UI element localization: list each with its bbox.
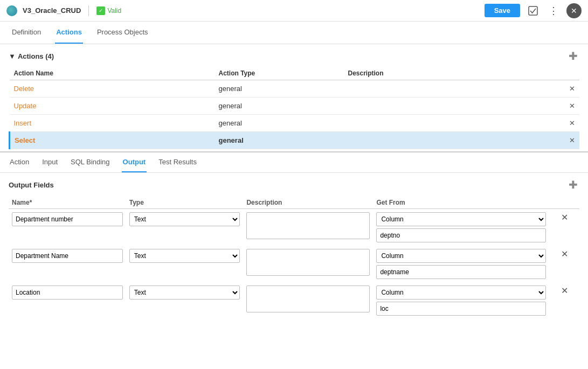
delete-action-1[interactable]: ✕ bbox=[560, 98, 579, 115]
get-from-wrap-2: ColumnExpressionStatic bbox=[376, 286, 546, 316]
field-name-input-2[interactable] bbox=[12, 286, 123, 300]
field-desc-textarea-0[interactable] bbox=[246, 212, 370, 239]
get-from-value-input-2[interactable] bbox=[376, 302, 546, 316]
add-action-button[interactable]: ✚ bbox=[566, 50, 579, 62]
output-header-row: Name* Type Description Get From bbox=[9, 197, 579, 209]
table-row[interactable]: Select general ✕ bbox=[10, 132, 580, 149]
output-field-row: TextNumberBooleanDateColumnExpressionSta… bbox=[9, 282, 579, 319]
close-icon: ✕ bbox=[571, 6, 577, 15]
delete-output-field-1[interactable]: ✕ bbox=[549, 246, 579, 282]
collapse-icon[interactable]: ▼ bbox=[9, 52, 16, 60]
col-del-header bbox=[560, 67, 579, 80]
top-bar: V3_Oracle_CRUD ✓ Valid Save ⋮ ✕ bbox=[0, 0, 588, 22]
col-description: Description bbox=[344, 67, 561, 80]
output-section: Output Fields ✚ Name* Type Description G… bbox=[0, 173, 588, 324]
checkmark-button[interactable] bbox=[525, 3, 541, 18]
delete-icon[interactable]: ✕ bbox=[559, 248, 570, 260]
field-desc-textarea-2[interactable] bbox=[246, 286, 370, 312]
valid-badge: ✓ Valid bbox=[96, 6, 121, 15]
get-from-value-input-0[interactable] bbox=[376, 228, 546, 242]
valid-label: Valid bbox=[107, 7, 121, 15]
get-from-select-2[interactable]: ColumnExpressionStatic bbox=[376, 286, 546, 300]
actions-table: Action Name Action Type Description Dele… bbox=[9, 67, 579, 149]
get-from-wrap-1: ColumnExpressionStatic bbox=[376, 249, 546, 279]
col-action-type: Action Type bbox=[215, 67, 344, 80]
delete-action-2[interactable]: ✕ bbox=[560, 115, 579, 132]
action-name-delete[interactable]: Delete bbox=[14, 85, 34, 93]
main-tabs: Definition Actions Process Objects bbox=[0, 22, 588, 44]
output-field-row: TextNumberBooleanDateColumnExpressionSta… bbox=[9, 209, 579, 246]
app-logo bbox=[6, 5, 17, 16]
bottom-section: Action Input SQL Binding Output Test Res… bbox=[0, 151, 588, 324]
table-row: Delete general ✕ bbox=[10, 80, 580, 98]
delete-action-3[interactable]: ✕ bbox=[560, 132, 579, 149]
save-button[interactable]: Save bbox=[485, 4, 520, 17]
col-action-name: Action Name bbox=[10, 67, 215, 80]
action-desc-cell bbox=[344, 132, 561, 149]
field-name-input-1[interactable] bbox=[12, 249, 123, 263]
col-type-header: Type bbox=[126, 197, 244, 209]
field-name-input-0[interactable] bbox=[12, 212, 123, 226]
table-row: Update general ✕ bbox=[10, 98, 580, 115]
col-getfrom-header: Get From bbox=[373, 197, 549, 209]
action-desc-cell bbox=[344, 80, 561, 98]
action-name-update[interactable]: Update bbox=[14, 102, 37, 110]
output-field-row: TextNumberBooleanDateColumnExpressionSta… bbox=[9, 246, 579, 282]
actions-header: ▼ Actions (4) ✚ bbox=[9, 50, 579, 62]
sub-tab-output[interactable]: Output bbox=[122, 152, 147, 172]
output-fields-table: Name* Type Description Get From TextNumb… bbox=[9, 197, 579, 319]
get-from-select-0[interactable]: ColumnExpressionStatic bbox=[376, 212, 546, 226]
sub-tab-sql-binding[interactable]: SQL Binding bbox=[70, 152, 111, 172]
field-type-select-0[interactable]: TextNumberBooleanDate bbox=[129, 212, 240, 226]
action-type-cell: general bbox=[215, 98, 344, 115]
action-name-cell: Delete bbox=[10, 80, 215, 98]
svg-rect-0 bbox=[529, 6, 537, 15]
tab-actions[interactable]: Actions bbox=[55, 22, 83, 44]
action-type-cell: general bbox=[215, 132, 344, 149]
table-header-row: Action Name Action Type Description bbox=[10, 67, 580, 80]
action-name-cell: Select bbox=[10, 132, 215, 149]
action-type-cell: general bbox=[215, 115, 344, 132]
divider bbox=[88, 5, 89, 16]
action-name-select[interactable]: Select bbox=[15, 136, 35, 144]
sub-tab-input[interactable]: Input bbox=[41, 152, 59, 172]
add-field-icon: ✚ bbox=[569, 178, 578, 191]
output-header: Output Fields ✚ bbox=[9, 178, 579, 191]
field-type-select-1[interactable]: TextNumberBooleanDate bbox=[129, 249, 240, 263]
more-options-button[interactable]: ⋮ bbox=[546, 3, 561, 18]
sub-tabs: Action Input SQL Binding Output Test Res… bbox=[0, 152, 588, 173]
col-name-header: Name* bbox=[9, 197, 126, 209]
action-name-insert[interactable]: Insert bbox=[14, 119, 32, 127]
action-type-cell: general bbox=[215, 80, 344, 98]
sub-tab-test-results[interactable]: Test Results bbox=[157, 152, 198, 172]
delete-output-field-2[interactable]: ✕ bbox=[549, 282, 579, 319]
col-del-header2 bbox=[549, 197, 579, 209]
actions-title: ▼ Actions (4) bbox=[9, 52, 54, 60]
action-name-cell: Update bbox=[10, 98, 215, 115]
add-field-button[interactable]: ✚ bbox=[566, 178, 579, 191]
tab-definition[interactable]: Definition bbox=[11, 22, 42, 44]
actions-section: ▼ Actions (4) ✚ Action Name Action Type … bbox=[0, 44, 588, 149]
close-button[interactable]: ✕ bbox=[566, 3, 582, 18]
col-desc-header: Description bbox=[243, 197, 373, 209]
add-icon: ✚ bbox=[569, 50, 578, 62]
table-row: Insert general ✕ bbox=[10, 115, 580, 132]
delete-output-field-0[interactable]: ✕ bbox=[549, 209, 579, 246]
field-type-select-2[interactable]: TextNumberBooleanDate bbox=[129, 286, 240, 300]
more-options-icon: ⋮ bbox=[549, 5, 559, 17]
output-title: Output Fields bbox=[9, 181, 54, 189]
delete-icon[interactable]: ✕ bbox=[559, 285, 570, 296]
action-desc-cell bbox=[344, 115, 561, 132]
delete-icon[interactable]: ✕ bbox=[559, 212, 570, 223]
get-from-select-1[interactable]: ColumnExpressionStatic bbox=[376, 249, 546, 263]
app-title: V3_Oracle_CRUD bbox=[23, 6, 81, 15]
field-desc-textarea-1[interactable] bbox=[246, 249, 370, 276]
get-from-wrap-0: ColumnExpressionStatic bbox=[376, 212, 546, 242]
action-name-cell: Insert bbox=[10, 115, 215, 132]
delete-action-0[interactable]: ✕ bbox=[560, 80, 579, 98]
checkmark-icon bbox=[528, 6, 538, 16]
action-desc-cell bbox=[344, 98, 561, 115]
tab-process-objects[interactable]: Process Objects bbox=[96, 22, 149, 44]
sub-tab-action[interactable]: Action bbox=[9, 152, 30, 172]
get-from-value-input-1[interactable] bbox=[376, 265, 546, 279]
